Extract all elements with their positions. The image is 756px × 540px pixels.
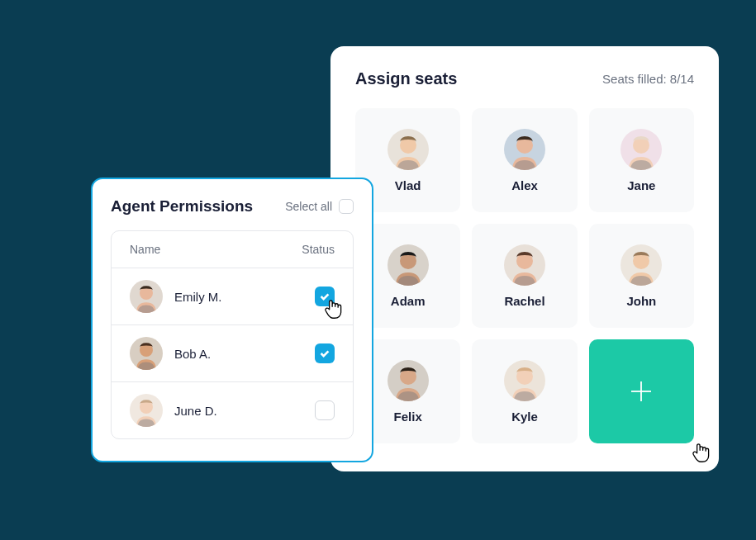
col-name: Name bbox=[130, 243, 160, 256]
avatar bbox=[388, 244, 429, 286]
seat-tile[interactable]: Jane bbox=[589, 108, 694, 212]
seat-name: Felix bbox=[394, 410, 422, 424]
avatar bbox=[504, 244, 545, 286]
seat-name: Alex bbox=[511, 178, 538, 192]
seat-name: Adam bbox=[391, 294, 426, 308]
status-checkbox[interactable] bbox=[315, 287, 335, 306]
avatar bbox=[130, 337, 163, 370]
assign-title: Assign seats bbox=[355, 69, 457, 88]
avatar bbox=[504, 129, 545, 170]
select-all-button[interactable]: Select all bbox=[285, 199, 354, 214]
permissions-header: Agent Permissions Select all bbox=[111, 197, 354, 216]
avatar bbox=[388, 360, 429, 401]
seat-name: Kyle bbox=[511, 410, 538, 424]
agent-permissions-card: Agent Permissions Select all Name Status… bbox=[91, 178, 373, 462]
seat-name: Vlad bbox=[395, 178, 421, 192]
permissions-title: Agent Permissions bbox=[111, 197, 253, 216]
permissions-table-head: Name Status bbox=[112, 231, 353, 268]
col-status: Status bbox=[302, 243, 335, 256]
seat-tile[interactable]: John bbox=[589, 224, 694, 328]
seat-tile[interactable]: Kyle bbox=[472, 339, 577, 443]
avatar bbox=[504, 360, 545, 401]
plus-icon bbox=[629, 379, 654, 404]
assign-seats-card: Assign seats Seats filled: 8/14 Vlad Ale… bbox=[330, 46, 719, 471]
seat-name: Jane bbox=[627, 178, 655, 192]
agent-name: June D. bbox=[174, 404, 217, 418]
seat-grid: Vlad Alex Jane Adam Rachel bbox=[355, 108, 694, 443]
select-all-label: Select all bbox=[285, 200, 332, 213]
assign-header: Assign seats Seats filled: 8/14 bbox=[355, 69, 694, 88]
seat-name: Rachel bbox=[504, 294, 544, 308]
avatar bbox=[130, 394, 163, 427]
seat-tile[interactable]: Alex bbox=[472, 108, 577, 212]
permissions-table: Name Status Emily M. Bob A. bbox=[111, 230, 354, 439]
table-row: Emily M. bbox=[112, 268, 353, 324]
status-checkbox[interactable] bbox=[315, 400, 335, 420]
table-row: June D. bbox=[112, 381, 353, 438]
select-all-checkbox[interactable] bbox=[339, 199, 354, 214]
seat-name: John bbox=[626, 294, 656, 308]
avatar bbox=[620, 129, 662, 170]
avatar bbox=[388, 129, 429, 170]
avatar bbox=[620, 244, 662, 286]
status-checkbox[interactable] bbox=[315, 343, 335, 363]
table-row: Bob A. bbox=[112, 324, 353, 381]
agent-name: Bob A. bbox=[174, 347, 211, 361]
seats-filled-status: Seats filled: 8/14 bbox=[602, 72, 694, 86]
seat-tile[interactable]: Rachel bbox=[472, 224, 577, 328]
avatar bbox=[130, 280, 163, 313]
add-seat-button[interactable] bbox=[589, 339, 694, 443]
agent-name: Emily M. bbox=[174, 290, 222, 304]
